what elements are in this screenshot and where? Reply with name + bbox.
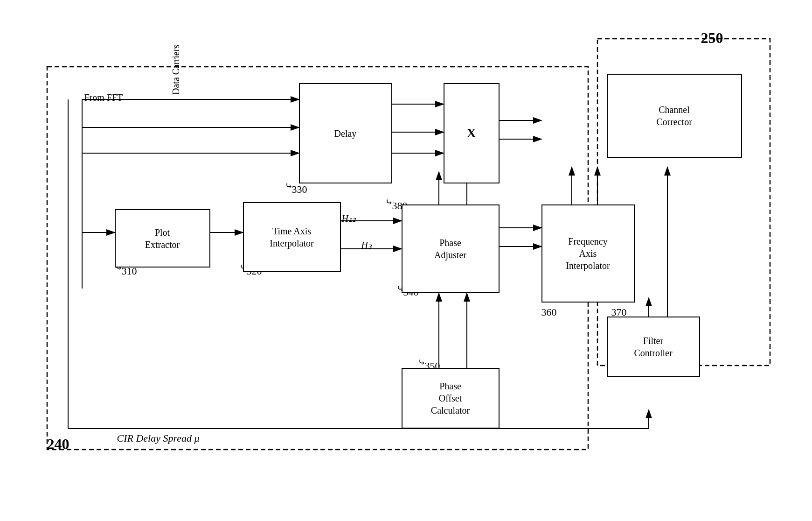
label-360: 360 — [541, 306, 557, 318]
filter-controller-block: FilterController — [607, 317, 700, 377]
freq-axis-interpolator-block: FrequencyAxisInterpolator — [541, 204, 635, 303]
data-carriers-label: Data Carriers — [171, 45, 181, 95]
curve-350: ⤷ — [418, 357, 426, 368]
time-axis-interpolator-block: Time AxisInterpolator — [243, 202, 341, 272]
plot-extractor-block: PlotExtractor — [115, 209, 210, 268]
h12-label: H₁₂ — [342, 213, 356, 224]
delay-block: Delay — [299, 83, 392, 183]
label-250: 250 — [701, 29, 723, 47]
label-240: 240 — [47, 436, 69, 453]
curve-380: ⤷ — [385, 197, 393, 208]
label-330: 330 — [292, 183, 307, 196]
phase-offset-calculator-block: PhaseOffsetCalculator — [402, 368, 500, 429]
channel-corrector-block: ChannelCorrector — [607, 74, 742, 158]
h3-label: H₃ — [361, 239, 372, 251]
curve-330: ⤷ — [285, 180, 293, 191]
cir-label: CIR Delay Spread μ — [117, 432, 200, 444]
multiplier-block: X — [444, 83, 500, 183]
diagram: 250 240 From FFT Data Carriers 330 ⤷ 380… — [33, 27, 779, 494]
phase-adjuster-block: PhaseAdjuster — [402, 204, 500, 293]
from-fft-label: From FFT — [84, 92, 123, 103]
